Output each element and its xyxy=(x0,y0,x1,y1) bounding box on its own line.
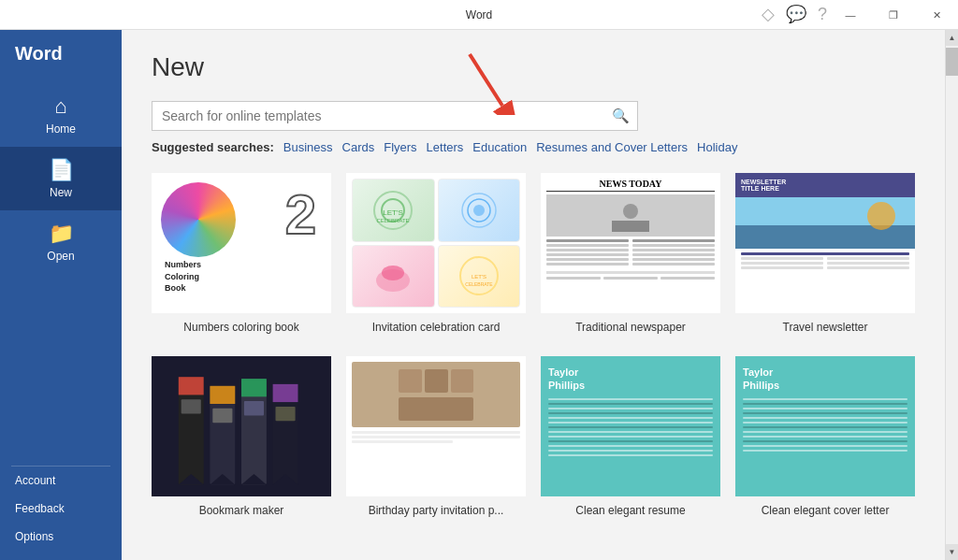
sidebar-item-new-label: New xyxy=(50,186,72,199)
invitation-preview: LET'SCELEBRATE LET'SCELEBRATE xyxy=(346,173,526,313)
template-thumb-resume: TaylorPhillips xyxy=(541,356,720,496)
template-thumb-newsletter: NEWSLETTERTITLE HERE xyxy=(735,173,915,313)
template-invitation-card[interactable]: LET'SCELEBRATE LET'SCELEBRATE Invitat xyxy=(346,173,526,341)
svg-rect-23 xyxy=(179,377,204,395)
suggested-tag-resumes[interactable]: Resumes and Cover Letters xyxy=(536,140,688,154)
suggested-tag-holiday[interactable]: Holiday xyxy=(697,140,737,154)
window-controls: — ❐ ✕ xyxy=(829,0,958,30)
page-title: New xyxy=(152,52,915,82)
template-label-cover-letter: Clean elegant cover letter xyxy=(735,496,915,524)
suggested-tag-letters[interactable]: Letters xyxy=(427,140,464,154)
template-label-coloring-book: Numbers coloring book xyxy=(152,313,331,341)
title-bar: Word ◇ 💬 ? — ❐ ✕ xyxy=(0,0,958,30)
new-doc-icon: 📄 xyxy=(49,158,74,182)
template-label-bookmark: Bookmark maker xyxy=(152,496,331,524)
suggested-label: Suggested searches: xyxy=(152,140,274,154)
news-image xyxy=(546,194,715,237)
resume-preview: TaylorPhillips xyxy=(541,356,720,496)
sidebar: Word ⌂ Home 📄 New 📁 Open Account Feedbac… xyxy=(0,30,122,560)
nl-header: NEWSLETTERTITLE HERE xyxy=(735,173,915,197)
invite-cell-2 xyxy=(438,179,521,242)
suggested-tag-education[interactable]: Education xyxy=(472,140,527,154)
scroll-down-button[interactable]: ▼ xyxy=(946,544,959,560)
nl-cols xyxy=(741,257,909,271)
restore-button[interactable]: ❐ xyxy=(872,0,915,30)
suggested-tag-cards[interactable]: Cards xyxy=(342,140,375,154)
bookmark-svg xyxy=(152,356,331,496)
template-thumb-invitation: LET'SCELEBRATE LET'SCELEBRATE xyxy=(346,173,526,313)
minimize-button[interactable]: — xyxy=(829,0,872,30)
open-folder-icon: 📁 xyxy=(49,222,74,246)
svg-rect-32 xyxy=(273,384,298,402)
svg-text:LET'S: LET'S xyxy=(472,274,486,280)
svg-rect-41 xyxy=(399,397,473,421)
template-thumb-bookmark xyxy=(152,356,331,496)
sidebar-bottom: Account Feedback Options xyxy=(0,466,122,560)
svg-point-15 xyxy=(623,204,638,219)
svg-rect-36 xyxy=(275,407,295,421)
svg-rect-35 xyxy=(244,401,264,415)
birthday-preview xyxy=(346,356,526,496)
svg-point-8 xyxy=(473,205,485,216)
sidebar-item-new[interactable]: 📄 New xyxy=(0,147,122,210)
svg-rect-18 xyxy=(735,225,915,249)
svg-rect-26 xyxy=(210,386,235,404)
close-button[interactable]: ✕ xyxy=(915,0,958,30)
coloring-book-preview: 2 NumbersColoringBook xyxy=(152,173,331,313)
invite-cell-1: LET'SCELEBRATE xyxy=(352,179,435,242)
scroll-up-button[interactable]: ▲ xyxy=(946,30,959,46)
svg-rect-33 xyxy=(181,399,201,413)
sidebar-item-options[interactable]: Options xyxy=(0,523,122,551)
suggested-tag-business[interactable]: Business xyxy=(283,140,333,154)
sidebar-item-home-label: Home xyxy=(46,122,76,136)
svg-text:CELEBRATE: CELEBRATE xyxy=(377,218,410,223)
main-content: New 🔍 Suggested searches: Business Cards… xyxy=(122,30,945,560)
gem-icon: ◇ xyxy=(762,4,775,24)
invite-cell-3 xyxy=(352,245,435,309)
nl-hero-image xyxy=(735,197,915,249)
scroll-track xyxy=(946,46,958,544)
sidebar-item-home[interactable]: ⌂ Home xyxy=(0,83,122,147)
template-newspaper[interactable]: NEWS TODAY xyxy=(541,173,720,341)
template-coloring-book[interactable]: 2 NumbersColoringBook Numbers coloring b… xyxy=(152,173,331,341)
newsletter-preview: NEWSLETTERTITLE HERE xyxy=(735,173,915,313)
sidebar-item-open-label: Open xyxy=(47,250,74,263)
template-bookmark[interactable]: Bookmark maker xyxy=(152,356,331,524)
template-thumb-birthday xyxy=(346,356,526,496)
template-thumb-coloring-book: 2 NumbersColoringBook xyxy=(152,173,331,313)
search-input[interactable] xyxy=(152,101,638,131)
news-columns xyxy=(546,239,715,267)
sidebar-item-open[interactable]: 📁 Open xyxy=(0,210,122,274)
template-thumb-newspaper: NEWS TODAY xyxy=(541,173,720,313)
sidebar-item-account[interactable]: Account xyxy=(0,467,122,495)
svg-point-19 xyxy=(867,202,895,230)
cover-letter-preview: TaylorPhillips xyxy=(735,356,915,496)
sidebar-item-feedback[interactable]: Feedback xyxy=(0,495,122,523)
svg-rect-38 xyxy=(399,369,422,393)
right-scrollbar: ▲ ▼ xyxy=(945,30,958,560)
search-button[interactable]: 🔍 xyxy=(604,101,638,131)
template-birthday[interactable]: Birthday party invitation p... xyxy=(346,356,526,524)
chat-icon: 💬 xyxy=(786,4,806,24)
template-resume[interactable]: TaylorPhillips xyxy=(541,356,720,524)
ribbon-icons: ◇ 💬 ? xyxy=(762,4,827,24)
templates-grid: 2 NumbersColoringBook Numbers coloring b… xyxy=(152,173,915,524)
template-label-resume: Clean elegant resume xyxy=(541,496,720,524)
mandala-decoration xyxy=(161,182,236,257)
template-newsletter[interactable]: NEWSLETTERTITLE HERE xyxy=(735,173,915,341)
newspaper-preview: NEWS TODAY xyxy=(541,173,720,313)
sidebar-app-name: Word xyxy=(0,30,122,83)
cover-letter-name: TaylorPhillips xyxy=(743,366,907,393)
template-label-newsletter: Travel newsletter xyxy=(735,313,915,341)
template-cover-letter[interactable]: TaylorPhillips C xyxy=(735,356,915,524)
birthday-main-image xyxy=(352,362,520,427)
suggested-tag-flyers[interactable]: Flyers xyxy=(384,140,416,154)
coloring-book-text: NumbersColoringBook xyxy=(155,259,331,294)
scroll-thumb[interactable] xyxy=(946,48,958,76)
template-label-newspaper: Traditional newspaper xyxy=(541,313,720,341)
app-body: Word ⌂ Home 📄 New 📁 Open Account Feedbac… xyxy=(0,30,958,560)
big-number-2: 2 xyxy=(285,182,316,247)
template-label-birthday: Birthday party invitation p... xyxy=(346,496,526,524)
svg-text:LET'S: LET'S xyxy=(383,208,403,217)
nl-body xyxy=(735,249,915,275)
